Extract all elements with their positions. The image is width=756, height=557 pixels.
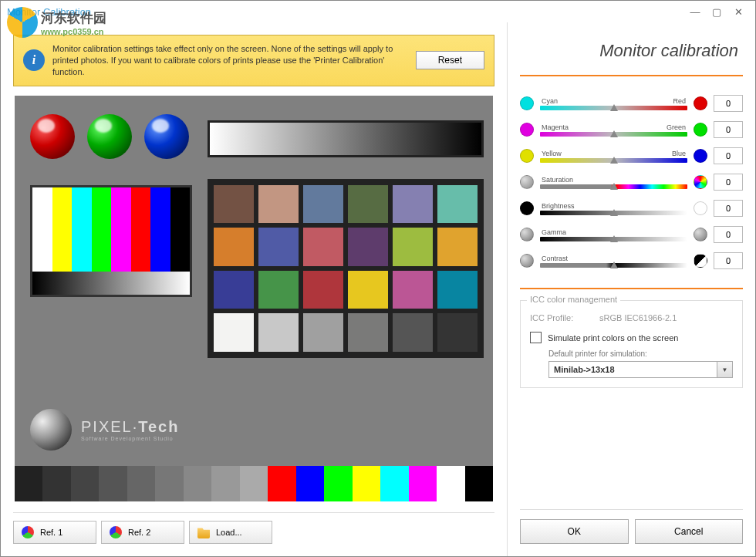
brightness-value[interactable]: 0	[714, 200, 743, 217]
ref2-button[interactable]: Ref. 2	[101, 521, 184, 544]
slider-thumb[interactable]	[610, 183, 618, 190]
right-pane: Monitor calibration CyanRed 0 MagentaGre…	[507, 22, 755, 556]
contrast-slider[interactable]: Contrast 0	[520, 252, 743, 269]
pixeltech-logo: PIXEL·Tech Software Development Studio	[30, 409, 179, 451]
folder-icon	[197, 526, 210, 538]
simulate-checkbox-row[interactable]: Simulate print colors on the screen	[530, 332, 733, 343]
cyan-red-slider[interactable]: CyanRed 0	[520, 95, 743, 112]
black-icon	[520, 201, 534, 215]
color-bars	[30, 185, 192, 297]
gamma-value[interactable]: 0	[714, 226, 743, 243]
brightness-slider[interactable]: Brightness 0	[520, 200, 743, 217]
gradient-bar	[208, 120, 484, 157]
blue-sphere-icon	[144, 114, 189, 159]
gray-icon	[520, 175, 534, 189]
reference-buttons: Ref. 1 Ref. 2 Load...	[13, 512, 494, 544]
yellow-blue-slider[interactable]: YellowBlue 0	[520, 147, 743, 164]
color-checker	[208, 179, 484, 358]
saturation-slider[interactable]: Saturation 0	[520, 174, 743, 191]
cyan-icon	[520, 96, 534, 110]
magenta-value[interactable]: 0	[714, 121, 743, 138]
info-text: Monitor calibration settings take effect…	[52, 43, 408, 78]
cancel-button[interactable]: Cancel	[635, 519, 744, 544]
logo-sphere-icon	[30, 409, 72, 451]
sliders-group: CyanRed 0 MagentaGreen 0 YellowBlue	[520, 95, 743, 269]
gamma-slider[interactable]: Gamma 0	[520, 226, 743, 243]
cyan-value[interactable]: 0	[714, 95, 743, 112]
titlebar: Monitor Calibration — ▢ ✕	[1, 1, 755, 22]
icc-profile-value: sRGB IEC61966-2.1	[599, 313, 677, 322]
panel-title: Monitor calibration	[520, 35, 743, 76]
green-icon	[694, 123, 707, 137]
blue-icon	[694, 149, 707, 163]
default-printer-label: Default printer for simulation:	[548, 349, 733, 358]
window-title: Monitor Calibration	[7, 6, 684, 18]
contrast-left-icon	[520, 254, 534, 268]
printer-combo[interactable]: Minilab->13x18 ▼	[548, 361, 733, 378]
yellow-icon	[520, 149, 534, 163]
white-icon	[694, 201, 707, 215]
slider-thumb[interactable]	[610, 104, 618, 111]
maximize-button[interactable]: ▢	[706, 4, 727, 19]
gamma-right-icon	[694, 228, 707, 241]
slider-thumb[interactable]	[610, 157, 618, 164]
magenta-icon	[520, 123, 534, 137]
ref1-button[interactable]: Ref. 1	[13, 521, 96, 544]
rgb-icon	[22, 526, 34, 538]
ok-button[interactable]: OK	[520, 519, 629, 544]
close-button[interactable]: ✕	[727, 4, 749, 19]
yellow-value[interactable]: 0	[714, 147, 743, 164]
minimize-button[interactable]: —	[684, 4, 706, 19]
separator	[520, 288, 743, 289]
magenta-green-slider[interactable]: MagentaGreen 0	[520, 121, 743, 138]
slider-thumb[interactable]	[610, 209, 618, 216]
simulate-checkbox[interactable]	[530, 332, 542, 343]
slider-thumb[interactable]	[610, 130, 618, 137]
logo-text-main: PIXEL·Tech	[81, 418, 179, 436]
reset-button[interactable]: Reset	[416, 51, 484, 69]
gamma-left-icon	[520, 228, 534, 241]
logo-text-sub: Software Development Studio	[81, 436, 179, 441]
icc-legend: ICC color management	[527, 295, 620, 304]
colorwheel-icon	[694, 175, 707, 189]
printer-combo-value: Minilab->13x18	[548, 361, 717, 378]
red-icon	[694, 96, 707, 110]
contrast-right-icon	[694, 254, 707, 268]
contrast-value[interactable]: 0	[714, 252, 743, 269]
dialog-buttons: OK Cancel	[520, 509, 743, 544]
rgb-spheres	[30, 114, 189, 159]
bottom-gradient	[15, 466, 493, 501]
slider-thumb[interactable]	[610, 262, 618, 268]
simulate-label: Simulate print colors on the screen	[548, 333, 678, 343]
info-bar: i Monitor calibration settings take effe…	[13, 35, 494, 86]
info-icon: i	[23, 49, 45, 71]
slider-thumb[interactable]	[610, 235, 618, 242]
calibration-image: PIXEL·Tech Software Development Studio	[15, 96, 493, 501]
preview-area: PIXEL·Tech Software Development Studio	[13, 94, 494, 503]
chevron-down-icon[interactable]: ▼	[717, 361, 733, 378]
red-sphere-icon	[30, 114, 75, 159]
rgb-icon	[110, 526, 122, 538]
icc-profile-label: ICC Profile:	[530, 313, 599, 322]
saturation-value[interactable]: 0	[714, 174, 743, 191]
icc-group: ICC color management ICC Profile: sRGB I…	[520, 300, 743, 388]
load-button[interactable]: Load...	[189, 521, 272, 544]
green-sphere-icon	[87, 114, 132, 159]
left-pane: i Monitor calibration settings take effe…	[1, 22, 507, 556]
